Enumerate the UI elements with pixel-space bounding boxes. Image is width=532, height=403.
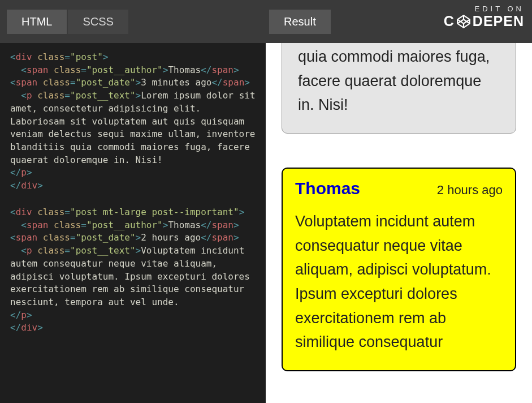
codepen-logo: C DEPEN — [444, 13, 524, 29]
tab-html[interactable]: HTML — [7, 10, 67, 34]
post-text: Voluptatem incidunt autem consequatur ne… — [295, 209, 503, 354]
tab-scss[interactable]: SCSS — [68, 10, 128, 34]
post-date: 2 hours ago — [437, 183, 503, 198]
post-author: Thomas — [295, 179, 360, 198]
header-bar: HTML SCSS Result EDIT ON C DEPEN — [0, 0, 532, 43]
code-block-2: <div class="post mt-large post--importan… — [10, 206, 256, 335]
edit-on-codepen[interactable]: EDIT ON C DEPEN — [444, 5, 524, 29]
post-text: quia commodi maiores fuga, facere quaera… — [298, 45, 500, 117]
code-editor[interactable]: <div class="post"> <span class="post__au… — [0, 43, 266, 403]
result-post-1: quia commodi maiores fuga, facere quaera… — [282, 43, 516, 134]
tab-result[interactable]: Result — [269, 10, 331, 34]
editor-tabs: HTML SCSS — [7, 10, 129, 34]
result-panel: quia commodi maiores fuga, facere quaera… — [266, 43, 532, 403]
post-header: Thomas 2 hours ago — [295, 179, 503, 198]
content-area: <div class="post"> <span class="post__au… — [0, 43, 532, 403]
edit-on-label: EDIT ON — [444, 5, 524, 13]
codepen-icon — [457, 15, 470, 28]
code-block-1: <div class="post"> <span class="post__au… — [10, 51, 256, 192]
result-post-2: Thomas 2 hours ago Voluptatem incidunt a… — [282, 168, 516, 371]
